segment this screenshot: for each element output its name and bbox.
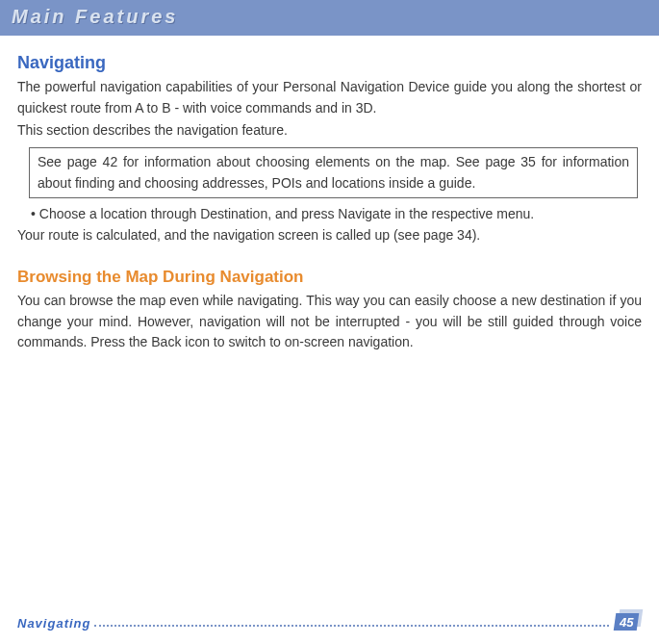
section-navigating-title: Navigating <box>17 53 642 73</box>
page-number-badge: 45 <box>615 609 642 631</box>
section-browsing-p1: You can browse the map even while naviga… <box>17 291 642 353</box>
section-browsing-title: Browsing the Map During Navigation <box>17 268 642 287</box>
footer-label: Navigating <box>17 616 90 631</box>
note-box: See page 42 for information about choosi… <box>29 147 638 198</box>
bullet-choose-location: • Choose a location through Destination,… <box>31 204 642 225</box>
header-title: Main Features <box>12 6 647 28</box>
content-area: Navigating The powerful navigation capab… <box>0 36 659 353</box>
section-navigating-p2: This section describes the navigation fe… <box>17 120 642 142</box>
footer: Navigating 45 <box>17 609 642 631</box>
section-navigating-p3: Your route is calculated, and the naviga… <box>17 225 642 246</box>
section-navigating-p1: The powerful navigation capabilities of … <box>17 77 642 118</box>
footer-dots <box>94 625 609 627</box>
page-number: 45 <box>620 615 633 630</box>
header-bar: Main Features <box>0 0 659 36</box>
